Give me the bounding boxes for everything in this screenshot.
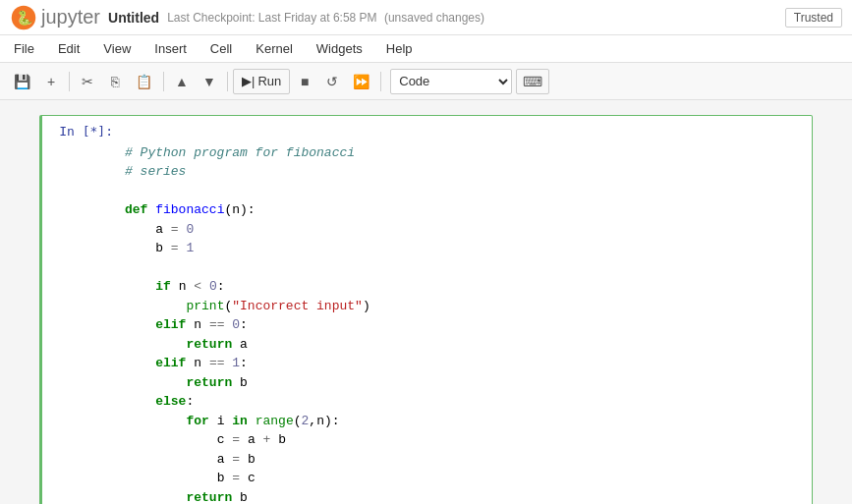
copy-button[interactable]: ⎘	[102, 69, 128, 94]
menu-view[interactable]: View	[99, 39, 135, 58]
move-up-button[interactable]: ▲	[169, 69, 195, 94]
notebook-title[interactable]: Untitled	[108, 10, 159, 26]
menu-kernel[interactable]: Kernel	[252, 39, 297, 58]
menu-widgets[interactable]: Widgets	[312, 39, 367, 58]
menu-help[interactable]: Help	[382, 39, 417, 58]
jupyter-logo: 🐍 jupyter	[10, 4, 100, 31]
run-button[interactable]: ▶| Run	[233, 69, 290, 94]
jupyter-icon: 🐍	[10, 4, 37, 31]
divider-3	[227, 72, 228, 91]
menu-insert[interactable]: Insert	[150, 39, 191, 58]
run-label: Run	[257, 74, 281, 88]
cell-prompt: In [*]:	[42, 116, 121, 504]
divider-1	[69, 72, 70, 91]
code-block: # Python program for fibonacci # series …	[125, 124, 804, 504]
notebook-area: In [*]: # Python program for fibonacci #…	[0, 100, 852, 504]
divider-4	[380, 72, 381, 91]
cell-body[interactable]: # Python program for fibonacci # series …	[121, 116, 812, 504]
divider-2	[163, 72, 164, 91]
menu-cell[interactable]: Cell	[206, 39, 236, 58]
move-down-button[interactable]: ▼	[197, 69, 222, 94]
svg-text:🐍: 🐍	[16, 10, 33, 27]
cell-type-select[interactable]: Code Markdown Raw NBConvert	[390, 69, 512, 94]
keyboard-shortcuts-button[interactable]: ⌨	[516, 69, 549, 94]
paste-button[interactable]: 📋	[130, 69, 158, 94]
add-cell-button[interactable]: +	[38, 69, 64, 94]
trusted-button[interactable]: Trusted	[785, 8, 842, 28]
code-cell[interactable]: In [*]: # Python program for fibonacci #…	[39, 115, 813, 504]
step-icon: ▶|	[242, 74, 255, 88]
checkpoint-info: Last Checkpoint: Last Friday at 6:58 PM …	[167, 11, 484, 25]
toolbar: 💾 + ✂ ⎘ 📋 ▲ ▼ ▶| Run ■ ↺ ⏩ Code Markdown…	[0, 63, 852, 100]
menu-edit[interactable]: Edit	[54, 39, 84, 58]
menu-file[interactable]: File	[10, 39, 38, 58]
topbar-left: 🐍 jupyter Untitled Last Checkpoint: Last…	[10, 4, 484, 31]
app-name: jupyter	[41, 6, 100, 28]
restart-button[interactable]: ↺	[319, 69, 345, 94]
cut-button[interactable]: ✂	[75, 69, 100, 94]
stop-button[interactable]: ■	[292, 69, 317, 94]
restart-run-button[interactable]: ⏩	[347, 69, 375, 94]
save-button[interactable]: 💾	[8, 69, 36, 94]
topbar: 🐍 jupyter Untitled Last Checkpoint: Last…	[0, 0, 852, 35]
menubar: File Edit View Insert Cell Kernel Widget…	[0, 35, 852, 63]
